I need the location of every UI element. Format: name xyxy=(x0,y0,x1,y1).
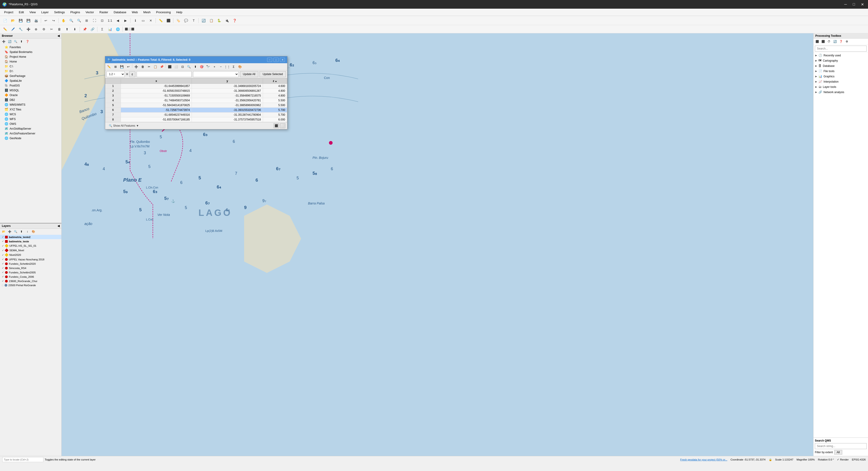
measure-area-button[interactable]: ⬛ xyxy=(165,17,172,24)
browser-item-mssql[interactable]: 🗄️MSSQL xyxy=(0,88,61,93)
proc-item-file-tools[interactable]: ▶ 📄 File tools xyxy=(813,68,868,74)
gps-btn[interactable]: 🌐 xyxy=(114,26,121,33)
table-row[interactable]: 8 -51.655700647166185 -31.37573794595751… xyxy=(105,117,287,122)
zoom-full-button[interactable]: ⊞ xyxy=(83,17,90,24)
expression-editor-button[interactable]: ε xyxy=(129,71,135,77)
layers-open-btn[interactable]: 📂 xyxy=(1,229,6,234)
copy-features-button[interactable]: 📋 xyxy=(152,64,158,69)
redo-button[interactable]: ↪ xyxy=(50,17,57,24)
close-button[interactable]: ✕ xyxy=(859,2,866,7)
undo-button[interactable]: ↩ xyxy=(42,17,50,24)
browser-item-project-home[interactable]: 🏠Project Home xyxy=(0,54,61,59)
proc-history-btn[interactable]: ⏱ xyxy=(826,39,832,44)
browser-item-ows[interactable]: 🌐OWS xyxy=(0,121,61,126)
proc-red-btn[interactable]: ⬛ xyxy=(814,39,820,44)
field-calc-btn[interactable]: Σ xyxy=(98,26,106,33)
digitize-btn-10[interactable]: ⬇ xyxy=(71,26,79,33)
menu-settings[interactable]: Settings xyxy=(52,9,67,15)
menu-help[interactable]: Help xyxy=(174,9,185,15)
save-edits-button[interactable]: 💾 xyxy=(119,64,125,69)
minimize-button[interactable]: ─ xyxy=(842,2,848,7)
cut-features-button[interactable]: ✂ xyxy=(146,64,152,69)
layer-item-batimetria-teste2[interactable]: ✓ batimetria_teste2 xyxy=(0,235,61,239)
menu-mesh[interactable]: Mesh xyxy=(141,9,153,15)
expression-dropdown[interactable] xyxy=(193,71,239,77)
python-console-button[interactable]: 🐍 xyxy=(215,17,223,24)
layer-item-riograndechui[interactable]: ✓ 23600_RioGrande_Chui xyxy=(0,279,61,283)
table-row[interactable]: 3 -51.71505500109669 -31.35848967216575 … xyxy=(105,93,287,98)
menu-edit[interactable]: Edit xyxy=(17,9,26,15)
layer-item-fundeio2020[interactable]: ✓ Fundeio_Schettini2020 xyxy=(0,262,61,266)
dialog-close-button[interactable]: ✕ xyxy=(280,58,285,62)
map-area[interactable]: 3 4 3 5₂ 4₇ 5₇ 4₁ 6 3₈ 6₂ 6₃ 6₄ 2 3 4 5 … xyxy=(62,33,813,456)
table-row-selected[interactable]: 6 -51.7258774473974 -31.393155320472736 … xyxy=(105,108,287,113)
filter-select-button[interactable]: 🔍 xyxy=(186,64,192,69)
menu-project[interactable]: Project xyxy=(2,9,16,15)
locate-input[interactable] xyxy=(2,457,43,462)
text-annot-button[interactable]: T xyxy=(190,17,197,24)
annotation-button[interactable]: 💬 xyxy=(182,17,190,24)
deselect-all-button[interactable]: ✕ xyxy=(147,17,154,24)
proc-search-input[interactable] xyxy=(815,46,867,52)
menu-database[interactable]: Database xyxy=(111,9,129,15)
pan-to-feature-button[interactable]: 🎯 xyxy=(199,64,205,69)
digitize-btn-4[interactable]: ➕ xyxy=(25,26,32,33)
layer-item-fundeio-costa[interactable]: ✓ Fundeio_Costa_2006 xyxy=(0,274,61,279)
toggle-edit-button[interactable]: ✏️ xyxy=(106,64,112,69)
digitize-btn-8[interactable]: 🗑 xyxy=(56,26,63,33)
zoom-layer-button[interactable]: ⊡ xyxy=(98,17,106,24)
open-field-calc-btn[interactable]: Σ xyxy=(230,64,237,69)
maximize-button[interactable]: □ xyxy=(851,2,857,7)
layer-item-ufpel-vazao[interactable]: ✓ UFPEL Vazao Noschang 2018 xyxy=(0,257,61,262)
conditional-format-btn[interactable]: 🎨 xyxy=(237,64,243,69)
table-row[interactable]: 1 -51.64453999941857 -31.348681830205724… xyxy=(105,84,287,89)
new-attribute-btn[interactable]: + xyxy=(212,64,217,69)
expression-input[interactable] xyxy=(137,71,191,77)
menu-plugins[interactable]: Plugins xyxy=(68,9,82,15)
select-all-button[interactable]: ⬛ xyxy=(167,64,173,69)
zoom-next-button[interactable]: ▶ xyxy=(122,17,129,24)
organize-columns-btn[interactable]: ⋮⋮ xyxy=(224,64,230,69)
browser-item-postgis[interactable]: 🐘PostGIS xyxy=(0,83,61,88)
filter-all-button[interactable]: All xyxy=(834,450,842,454)
update-selected-button[interactable]: Update Selected xyxy=(259,71,286,77)
zoom-native-button[interactable]: 1:1 xyxy=(106,17,114,24)
browser-filter-btn[interactable]: 🔍 xyxy=(13,39,18,44)
browser-item-geonode[interactable]: 🌐GeoNode xyxy=(0,136,61,141)
zoom-out-button[interactable]: 🔍 xyxy=(75,17,83,24)
browser-item-favorites[interactable]: ⭐Favorites xyxy=(0,45,61,50)
browser-item-wcs[interactable]: 🌐WCS xyxy=(0,112,61,117)
layer-item-ufpel[interactable]: ✓ UFPEL HS_SL_SG_01 xyxy=(0,243,61,248)
menu-web[interactable]: Web xyxy=(130,9,140,15)
menu-vector[interactable]: Vector xyxy=(83,9,96,15)
refresh-button[interactable]: 🔄 xyxy=(200,17,207,24)
render-checkbox[interactable]: ✓ Render xyxy=(837,458,848,461)
menu-view[interactable]: View xyxy=(27,9,38,15)
snap-btn[interactable]: 📌 xyxy=(81,26,88,33)
proc-help-btn[interactable]: ❓ xyxy=(838,39,844,44)
browser-item-home[interactable]: 🏠Home xyxy=(0,59,61,64)
proc-settings-btn[interactable]: ⚙ xyxy=(844,39,849,44)
layer-item-pinhal[interactable]: □ 23500 Pinhal RioGrande xyxy=(0,283,61,287)
stat-btn[interactable]: 📊 xyxy=(106,26,114,33)
fresh-geodata-link[interactable]: Fresh geodata for your project (50% or..… xyxy=(680,458,727,461)
digitize-btn-1[interactable]: ✏️ xyxy=(1,26,9,33)
delete-selected-button[interactable]: 🗑 xyxy=(140,64,146,69)
col-y[interactable]: y xyxy=(192,79,263,84)
field-selector[interactable]: 1.2 ÷ xyxy=(106,71,125,77)
browser-collapse-btn[interactable]: ⬆ xyxy=(19,39,24,44)
proc-item-recently-used[interactable]: ▶ 🕐 Recently used xyxy=(813,53,868,58)
browser-item-wms[interactable]: 🌐WMS/WMTS xyxy=(0,102,61,107)
save-as-button[interactable]: 💾 xyxy=(25,17,32,24)
invert-selection-button[interactable]: ⬜ xyxy=(173,64,179,69)
identify-button[interactable]: ℹ xyxy=(132,17,139,24)
layers-filter-btn[interactable]: 🔍 xyxy=(13,229,18,234)
measure-line-button[interactable]: 📏 xyxy=(157,17,164,24)
col-z[interactable]: z xyxy=(263,79,287,84)
add-feature-button[interactable]: ➕ xyxy=(133,64,139,69)
delete-column-btn[interactable]: − xyxy=(218,64,224,69)
browser-add-btn[interactable]: ➕ xyxy=(1,39,6,44)
browser-item-db2[interactable]: 🗄️DB2 xyxy=(0,97,61,102)
table-row[interactable]: 2 -51.605815933748815 -31.36660650689128… xyxy=(105,89,287,93)
col-id[interactable] xyxy=(105,79,121,84)
